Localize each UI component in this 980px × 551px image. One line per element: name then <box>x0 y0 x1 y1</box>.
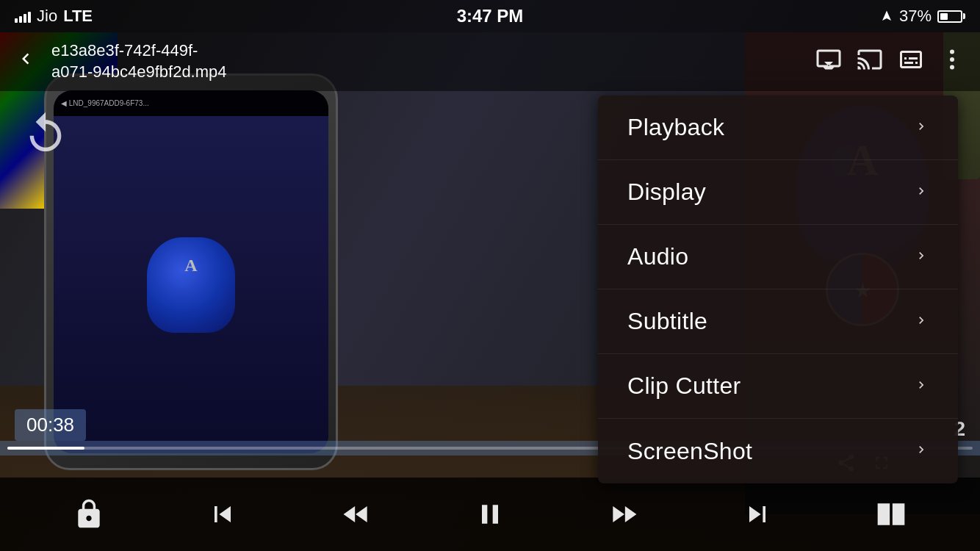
signal-bars-icon <box>15 10 31 23</box>
replay-button[interactable] <box>22 110 69 168</box>
svg-point-1 <box>950 57 954 62</box>
menu-item-label-subtitle: Subtitle <box>627 308 707 335</box>
network-label: LTE <box>63 7 93 26</box>
svg-point-2 <box>950 65 954 69</box>
skip-previous-button[interactable] <box>206 498 239 530</box>
cast-button[interactable] <box>857 46 883 78</box>
top-icons <box>815 46 965 78</box>
fast-forward-button[interactable] <box>608 498 640 530</box>
menu-item-arrow-screenshot <box>914 441 929 461</box>
pause-button[interactable] <box>474 498 506 530</box>
menu-item-playback[interactable]: Playback <box>598 96 958 160</box>
file-title: e13a8e3f-742f-449f- a071-94bc4e9fbf2d.mp… <box>51 40 815 82</box>
airplay-button[interactable] <box>815 46 842 78</box>
location-icon <box>880 10 893 23</box>
menu-item-subtitle[interactable]: Subtitle <box>598 289 958 354</box>
time-display-player: 00:38 <box>15 409 86 441</box>
carrier-label: Jio <box>37 7 57 26</box>
back-button[interactable] <box>15 44 37 80</box>
menu-item-arrow-subtitle <box>914 311 929 332</box>
menu-item-label-display: Display <box>627 179 706 206</box>
menu-item-arrow-audio <box>914 247 929 267</box>
lock-button[interactable] <box>73 498 105 530</box>
top-bar: e13a8e3f-742f-449f- a071-94bc4e9fbf2d.mp… <box>0 32 980 91</box>
split-screen-button[interactable] <box>875 498 907 530</box>
svg-point-0 <box>950 49 954 54</box>
menu-item-label-playback: Playback <box>627 114 724 141</box>
status-bar: Jio LTE 3:47 PM 37% <box>0 0 980 32</box>
bottom-controls-bar <box>0 478 980 551</box>
menu-item-label-clip-cutter: Clip Cutter <box>627 372 741 400</box>
menu-item-clip-cutter[interactable]: Clip Cutter <box>598 354 958 419</box>
menu-item-label-screenshot: ScreenShot <box>627 438 752 465</box>
menu-item-audio[interactable]: Audio <box>598 225 958 289</box>
battery-icon <box>937 10 965 23</box>
skip-next-button[interactable] <box>741 498 774 530</box>
more-options-button[interactable] <box>939 46 965 78</box>
menu-item-display[interactable]: Display <box>598 160 958 225</box>
menu-item-screenshot[interactable]: ScreenShot <box>598 419 958 483</box>
subtitles-button[interactable] <box>898 46 924 78</box>
menu-item-arrow-clip-cutter <box>914 376 929 397</box>
status-right: 37% <box>880 7 965 26</box>
dropdown-menu: PlaybackDisplayAudioSubtitleClip CutterS… <box>598 96 958 483</box>
menu-item-arrow-playback <box>914 118 929 138</box>
battery-percent-label: 37% <box>899 7 932 26</box>
progress-filled <box>7 447 84 450</box>
menu-item-arrow-display <box>914 182 929 203</box>
rewind-button[interactable] <box>340 498 372 530</box>
menu-item-label-audio: Audio <box>627 243 688 270</box>
status-left: Jio LTE <box>15 7 93 26</box>
time-display-status: 3:47 PM <box>457 6 524 26</box>
